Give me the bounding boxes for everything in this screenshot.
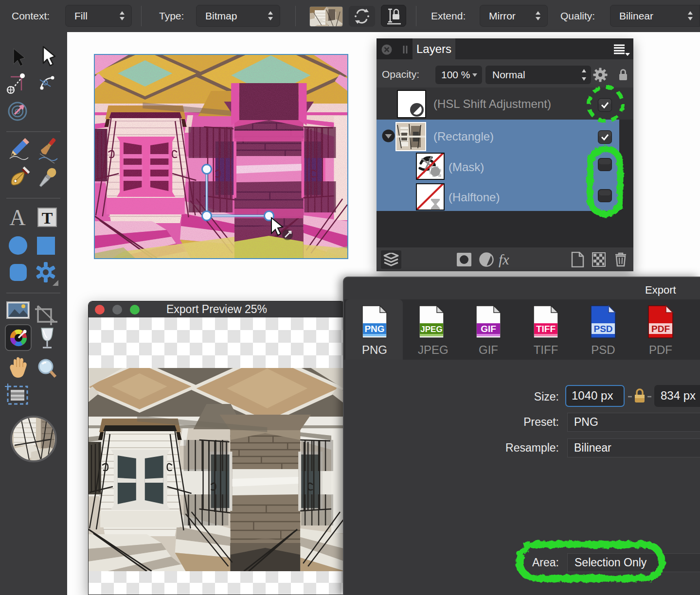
svg-text:PSD: PSD [593, 324, 612, 334]
svg-text:GIF: GIF [481, 324, 496, 334]
svg-text:PDF: PDF [651, 324, 670, 334]
svg-text:PNG: PNG [364, 324, 384, 334]
svg-text:T: T [42, 209, 53, 227]
svg-text:JPEG: JPEG [420, 325, 442, 334]
svg-text:A: A [9, 205, 25, 230]
svg-text:TIFF: TIFF [536, 324, 556, 334]
